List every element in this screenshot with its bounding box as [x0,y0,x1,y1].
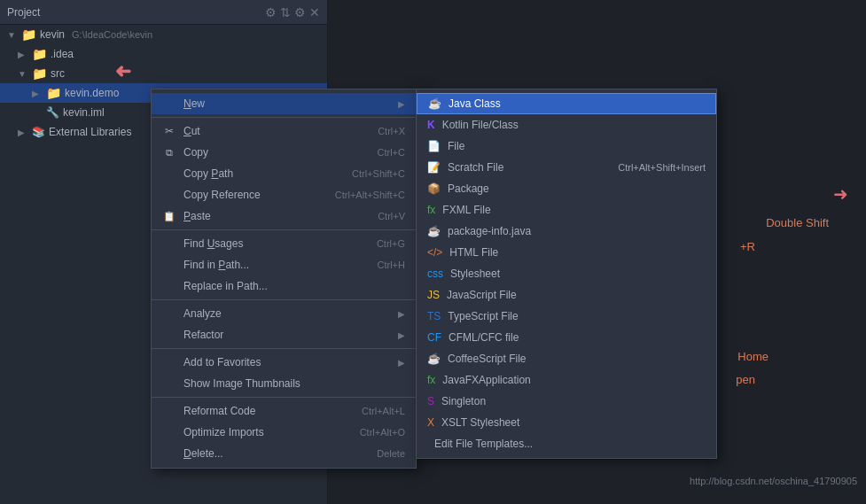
menu-item-reformat[interactable]: Reformat Code Ctrl+Alt+L [152,400,416,422]
submenu-html[interactable]: </> HTML File [417,242,716,263]
menu-item-paste[interactable]: 📋 Paste Ctrl+V [152,205,416,227]
menu-item-analyze[interactable]: Analyze ▶ [152,303,416,324]
src-folder-icon: 📁 [32,66,47,81]
separator-4 [152,348,416,349]
submenu-kotlin-class[interactable]: K Kotlin File/Class [417,114,716,136]
file-icon: 📄 [427,140,441,152]
sort-icon[interactable]: ⇅ [280,5,291,19]
menu-item-refactor[interactable]: Refactor ▶ [152,324,416,345]
expand-arrow: ▼ [7,30,18,40]
submenu-java-class-left: ➜ ☕ Java Class [428,97,501,110]
separator-5 [152,397,416,398]
submenu-css[interactable]: css Stylesheet [417,263,716,284]
copy-icon: ⧉ [162,145,176,159]
submenu-scratch[interactable]: 📝 Scratch File Ctrl+Alt+Shift+Insert [417,157,716,178]
submenu-java-class[interactable]: ➜ ☕ Java Class [417,93,716,114]
menu-copy-label: Copy [183,146,208,159]
menu-item-optimize[interactable]: Optimize Imports Ctrl+Alt+O [152,422,416,443]
menu-find-usages-label: Find Usages [183,237,243,250]
menu-item-analyze-left: Analyze [162,306,222,321]
javafx-label: JavaFXApplication [442,374,530,386]
css-label: Stylesheet [450,268,500,280]
edit-templates-label: Edit File Templates... [434,438,533,450]
cut-shortcut: Ctrl+X [378,126,405,136]
paste-shortcut: Ctrl+V [378,211,405,221]
submenu-javafx[interactable]: fx JavaFXApplication [417,369,716,391]
menu-copy-ref-label: Copy Reference [183,189,261,201]
menu-cut-label: Cut [183,125,200,137]
src-label: src [51,67,65,80]
cut-icon: ✂ [162,124,176,138]
coffee-label: CoffeeScript File [448,353,526,365]
delete-icon [162,446,176,461]
ts-label: TypeScript File [448,310,518,322]
submenu-coffee[interactable]: ☕ CoffeeScript File [417,348,716,369]
submenu-css-left: css Stylesheet [427,268,500,280]
close-icon[interactable]: ✕ [309,5,320,19]
submenu-edit-templates-left: Edit File Templates... [427,438,533,450]
menu-replace-path-label: Replace in Path... [183,280,268,292]
menu-item-find-usages[interactable]: Find Usages Ctrl+G [152,233,416,254]
analyze-arrow: ▶ [398,309,405,319]
menu-item-show-thumbnails[interactable]: Show Image Thumbnails [152,373,416,394]
singleton-icon: S [427,395,434,407]
menu-refactor-label: Refactor [183,329,223,341]
favorites-arrow: ▶ [398,358,405,368]
panel-title: Project [7,6,265,19]
watermark: http://blog.csdn.net/oschina_41790905 [690,476,857,486]
menu-item-copy-ref-left: Copy Reference [162,188,261,202]
xslt-label: XSLT Stylesheet [441,416,519,429]
menu-new-label: New [183,97,205,110]
submenu-xslt[interactable]: X XSLT Stylesheet [417,412,716,433]
refactor-icon [162,328,176,342]
submenu-singleton[interactable]: S Singleton [417,391,716,412]
home-label: Home [737,350,768,363]
tree-root[interactable]: ▼ 📁 kevin G:\IdeaCode\kevin [0,25,327,44]
menu-item-cut[interactable]: ✂ Cut Ctrl+X [152,120,416,142]
submenu-js[interactable]: JS JavaScript File [417,284,716,306]
tree-src[interactable]: ▼ 📁 src [0,64,327,83]
submenu-pkginfo[interactable]: ☕ package-info.java [417,221,716,242]
file-label: File [448,140,464,152]
menu-item-find-path[interactable]: Find in Path... Ctrl+H [152,254,416,275]
gear-icon[interactable]: ⚙ [294,5,306,19]
ext-libs-label: External Libraries [49,126,131,138]
package-label: Package [448,182,489,195]
pkginfo-icon: ☕ [427,225,441,237]
submenu-cf[interactable]: CF CFML/CFC file [417,327,716,348]
menu-item-replace-path[interactable]: Replace in Path... [152,275,416,297]
menu-optimize-label: Optimize Imports [183,426,264,438]
separator-2 [152,229,416,230]
java-class-icon: ☕ [428,97,441,110]
find-usages-shortcut: Ctrl+G [377,238,405,249]
javafx-icon: fx [427,374,435,386]
menu-item-delete[interactable]: Delete... Delete [152,443,416,464]
menu-item-add-favorites[interactable]: Add to Favorites ▶ [152,352,416,373]
submenu-fxml-left: fx FXML File [427,204,491,216]
submenu-fxml[interactable]: fx FXML File [417,199,716,221]
project-folder-icon: 📁 [21,27,36,42]
menu-item-new[interactable]: New ▶ [152,93,416,114]
submenu-cf-left: CF CFML/CFC file [427,331,519,344]
root-label: kevin [40,28,65,41]
kotlin-icon: K [427,119,435,131]
submenu-edit-templates[interactable]: Edit File Templates... [417,433,716,454]
menu-item-copy[interactable]: ⧉ Copy Ctrl+C [152,142,416,163]
pkginfo-label: package-info.java [448,225,531,237]
settings-icon[interactable]: ⚙ [265,5,277,19]
menu-copy-path-label: Copy Path [183,167,233,180]
menu-item-copy-path[interactable]: Copy Path Ctrl+Shift+C [152,163,416,184]
submenu-file[interactable]: 📄 File [417,136,716,157]
reformat-shortcut: Ctrl+Alt+L [362,406,405,416]
xslt-icon: X [427,416,434,429]
tree-idea[interactable]: ▶ 📁 .idea [0,44,327,64]
fxml-label: FXML File [442,204,490,216]
expand-arrow-kevin-demo: ▶ [32,89,43,98]
paste-icon: 📋 [162,209,176,223]
expand-arrow-idea: ▶ [18,50,28,59]
menu-paste-label: Paste [183,210,211,222]
submenu-ts[interactable]: TS TypeScript File [417,306,716,327]
submenu-package[interactable]: 📦 Package [417,178,716,199]
menu-item-copy-reference[interactable]: Copy Reference Ctrl+Alt+Shift+C [152,184,416,205]
menu-thumbnails-label: Show Image Thumbnails [183,377,300,390]
